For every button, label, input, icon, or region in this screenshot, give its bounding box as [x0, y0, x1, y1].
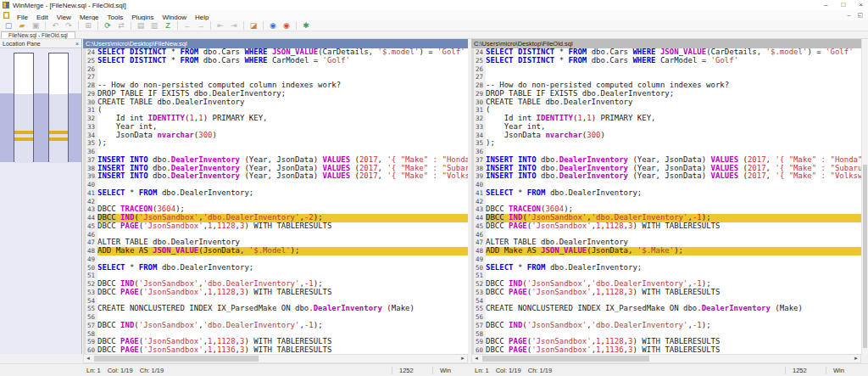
code-line-48[interactable]: 48ADD Make AS JSON_VALUE(JsonData, '$.Mo…: [83, 247, 468, 255]
code-line-54[interactable]: 54: [83, 297, 468, 306]
next-diff-icon[interactable]: ▥: [148, 21, 160, 31]
code-line-29[interactable]: 29DROP TABLE IF EXISTS dbo.DealerInvento…: [83, 90, 468, 98]
code-line-25[interactable]: 25SELECT DISTINCT * FROM dbo.Cars WHERE …: [83, 57, 468, 65]
redo-icon[interactable]: ↷: [63, 21, 75, 31]
mdi-minimize-button[interactable]: –: [847, 12, 850, 19]
code-line-31[interactable]: 31(: [83, 106, 468, 115]
code-line-35[interactable]: 35);: [471, 139, 861, 148]
code-line-43[interactable]: 43DBCC TRACEON(3604);: [83, 205, 468, 214]
code-line-44[interactable]: 44DBCC IND('JsonSandbox','dbo.DealerInve…: [83, 214, 468, 222]
code-line-46[interactable]: 46: [471, 231, 861, 239]
code-line-48[interactable]: 48ADD Make AS JSON_VALUE(JsonData, '$.Ma…: [471, 247, 861, 255]
code-line-26[interactable]: 26: [471, 65, 861, 74]
code-line-37[interactable]: 37INSERT INTO dbo.DealerInventory (Year,…: [83, 156, 468, 165]
left-file-path-header[interactable]: C:\Users\micro\Desktop\FileNew.sql: [83, 39, 468, 48]
code-line-39[interactable]: 39INSERT INTO dbo.DealerInventory (Year,…: [83, 172, 468, 181]
code-line-34[interactable]: 34 JsonData nvarchar(300): [83, 132, 468, 140]
code-line-24[interactable]: 24SELECT DISTINCT * FROM dbo.Cars WHERE …: [83, 48, 468, 57]
code-line-32[interactable]: 32 Id int IDENTITY(1,1) PRIMARY KEY,: [471, 115, 861, 123]
code-line-36[interactable]: 36: [83, 148, 468, 156]
code-line-50[interactable]: 50SELECT * FROM dbo.DealerInventory;: [83, 264, 468, 272]
code-line-41[interactable]: 41SELECT * FROM dbo.DealerInventory;: [83, 189, 468, 198]
code-line-49[interactable]: 49: [471, 255, 861, 264]
code-line-57[interactable]: 57DBCC IND('JsonSandbox','dbo.DealerInve…: [471, 322, 861, 330]
code-line-38[interactable]: 38INSERT INTO dbo.DealerInventory (Year,…: [83, 165, 468, 173]
options-icon[interactable]: ◪: [248, 21, 259, 31]
minimize-button[interactable]: –: [824, 1, 827, 9]
code-line-45[interactable]: 45DBCC PAGE('JsonSandbox',1,1128,3) WITH…: [471, 222, 861, 231]
code-line-32[interactable]: 32 Id int IDENTITY(1,1) PRIMARY KEY,: [83, 115, 468, 123]
code-line-24[interactable]: 24SELECT DISTINCT * FROM dbo.Cars WHERE …: [471, 48, 861, 57]
code-line-27[interactable]: 27: [471, 73, 861, 81]
code-line-39[interactable]: 39INSERT INTO dbo.DealerInventory (Year,…: [471, 172, 861, 181]
location-bar-right-file[interactable]: [48, 53, 69, 162]
code-line-46[interactable]: 46: [83, 231, 468, 239]
code-line-53[interactable]: 53DBCC PAGE('JsonSandbox',1,1128,3) WITH…: [83, 289, 468, 297]
code-line-28[interactable]: 28-- How do non-persisted computed colum…: [83, 81, 468, 90]
code-line-47[interactable]: 47ALTER TABLE dbo.DealerInventory: [83, 239, 468, 247]
scroll-left-arrow-icon[interactable]: ◄: [84, 355, 92, 362]
code-line-43[interactable]: 43DBCC TRACEON(3604);: [471, 205, 861, 214]
code-line-56[interactable]: 56: [83, 313, 468, 322]
code-line-47[interactable]: 47ALTER TABLE dbo.DealerInventory: [471, 239, 861, 247]
code-line-60[interactable]: 60DBCC PAGE('JsonSandbox',1,1136,3) WITH…: [83, 346, 468, 354]
prev-diff-icon[interactable]: ▤: [135, 21, 147, 31]
right-code-editor[interactable]: 24SELECT DISTINCT * FROM dbo.Cars WHERE …: [471, 48, 861, 354]
right-file-path-header[interactable]: C:\Users\micro\Desktop\FileOld.sql: [471, 39, 861, 48]
code-line-55[interactable]: 55CREATE NONCLUSTERED INDEX IX_ParsedMak…: [83, 305, 468, 313]
code-line-30[interactable]: 30CREATE TABLE dbo.DealerInventory: [83, 98, 468, 107]
code-line-31[interactable]: 31(: [471, 106, 861, 115]
diff-marker-line48[interactable]: [14, 137, 33, 141]
code-line-52[interactable]: 52DBCC IND('JsonSandbox','dbo.DealerInve…: [83, 280, 468, 289]
code-line-44[interactable]: 44DBCC IND('JsonSandbox','dbo.DealerInve…: [471, 214, 861, 222]
code-line-33[interactable]: 33 Year int,: [471, 123, 861, 132]
code-line-59[interactable]: 59DBCC PAGE('JsonSandbox',1,1128,3) WITH…: [83, 338, 468, 346]
code-line-42[interactable]: 42: [471, 198, 861, 206]
code-line-41[interactable]: 41SELECT * FROM dbo.DealerInventory;: [471, 189, 861, 198]
swap-panes-icon[interactable]: ⇄: [115, 21, 127, 31]
code-line-33[interactable]: 33 Year int,: [83, 123, 468, 132]
code-line-60[interactable]: 60DBCC PAGE('JsonSandbox',1,1136,3) WITH…: [471, 346, 861, 354]
code-line-27[interactable]: 27: [83, 73, 468, 81]
right-horizontal-scrollbar[interactable]: ◄ ►: [471, 354, 861, 363]
code-line-28[interactable]: 28-- How do non-persisted computed colum…: [471, 81, 861, 90]
scroll-right-arrow-icon[interactable]: ►: [852, 355, 860, 362]
tab-filenew-fileold[interactable]: FileNew.sql - FileOld.sql: [1, 31, 75, 38]
copy-to-right-file-icon[interactable]: ◉: [267, 21, 279, 31]
code-line-58[interactable]: 58: [83, 330, 468, 339]
copy-left-icon[interactable]: ←: [181, 21, 193, 31]
code-line-45[interactable]: 45DBCC PAGE('JsonSandbox',1,1128,3) WITH…: [83, 222, 468, 231]
refresh-compare-icon[interactable]: ⟳: [102, 21, 114, 31]
save-icon[interactable]: ▣: [30, 21, 42, 31]
code-line-26[interactable]: 26: [83, 65, 468, 74]
code-line-50[interactable]: 50SELECT * FROM dbo.DealerInventory;: [471, 264, 861, 272]
scroll-left-arrow-icon[interactable]: ◄: [472, 355, 481, 362]
code-line-54[interactable]: 54: [471, 297, 861, 306]
auto-merge-icon[interactable]: Z: [162, 21, 174, 31]
code-line-38[interactable]: 38INSERT INTO dbo.DealerInventory (Year,…: [471, 165, 861, 173]
code-line-59[interactable]: 59DBCC PAGE('JsonSandbox',1,1128,3) WITH…: [471, 338, 861, 346]
plugins-icon[interactable]: ✱: [300, 21, 312, 31]
code-line-35[interactable]: 35);: [83, 139, 468, 148]
code-line-30[interactable]: 30CREATE TABLE dbo.DealerInventory: [471, 98, 861, 107]
code-line-29[interactable]: 29DROP TABLE IF EXISTS dbo.DealerInvento…: [471, 90, 861, 98]
code-line-36[interactable]: 36: [471, 148, 861, 156]
code-line-40[interactable]: 40: [471, 181, 861, 189]
left-scrollbar-thumb[interactable]: [94, 356, 259, 362]
code-line-53[interactable]: 53DBCC PAGE('JsonSandbox',1,1128,3) WITH…: [471, 289, 861, 297]
vertical-scrollbar-thumb[interactable]: [863, 165, 867, 347]
code-line-58[interactable]: 58: [471, 330, 861, 339]
view-layout-icon[interactable]: ⊞: [82, 21, 94, 31]
scroll-right-arrow-icon[interactable]: ►: [459, 355, 467, 362]
diff-marker-line48[interactable]: [49, 137, 68, 141]
location-bar-left-file[interactable]: [14, 53, 34, 162]
location-pane-body[interactable]: [0, 48, 81, 354]
code-line-37[interactable]: 37INSERT INTO dbo.DealerInventory (Year,…: [471, 156, 861, 165]
mdi-restore-button[interactable]: ◱: [857, 12, 863, 19]
code-line-42[interactable]: 42: [83, 198, 468, 206]
undo-icon[interactable]: ↶: [49, 21, 61, 31]
code-line-51[interactable]: 51: [471, 272, 861, 280]
right-scrollbar-thumb[interactable]: [482, 356, 649, 362]
left-horizontal-scrollbar[interactable]: ◄ ►: [83, 354, 468, 363]
location-pane-close-icon[interactable]: ×: [75, 41, 79, 47]
